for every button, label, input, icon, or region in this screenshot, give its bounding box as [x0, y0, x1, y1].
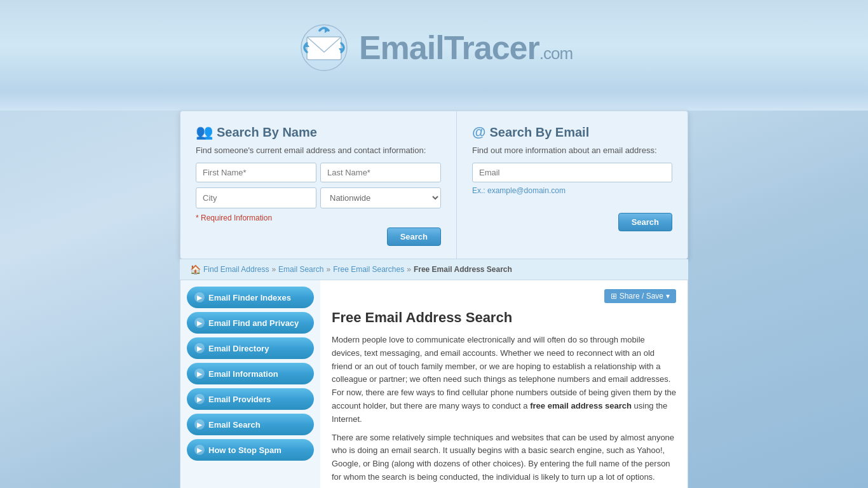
sidebar-item-email-information[interactable]: ▶ Email Information [187, 363, 314, 384]
sidebar-label-email-search: Email Search [208, 420, 261, 430]
sidebar-item-email-find-privacy[interactable]: ▶ Email Find and Privacy [187, 312, 314, 334]
breadcrumb: 🏠 Find Email Address » Email Search » Fr… [180, 259, 688, 280]
svg-rect-2 [307, 37, 341, 60]
arrow-icon-4: ▶ [194, 369, 205, 379]
sidebar-item-email-finder-indexes[interactable]: ▶ Email Finder Indexes [187, 287, 314, 308]
arrow-icon-6: ▶ [194, 419, 205, 430]
share-icon: ⊞ [611, 292, 617, 301]
search-by-email-panel: @ Search By Email Find out more informat… [457, 111, 688, 259]
search-by-name-button[interactable]: Search [387, 227, 441, 246]
bold-phrase: free email address search [530, 401, 632, 410]
name-input-row [196, 163, 441, 182]
body-paragraph-1: Modern people love to communicate electr… [332, 334, 676, 426]
page-body: Modern people love to communicate electr… [332, 334, 676, 488]
home-icon[interactable]: 🏠 [190, 264, 201, 274]
main-content: ⊞ Share / Save ▾ Free Email Address Sear… [320, 280, 688, 488]
first-name-input[interactable] [196, 163, 316, 182]
email-search-input[interactable] [472, 163, 672, 182]
people-icon: 👥 [196, 124, 213, 140]
search-by-name-title: 👥 Search By Name [196, 124, 441, 140]
logo-text-container: EmailTracer.com [359, 29, 573, 67]
sidebar-label-email-directory: Email Directory [208, 344, 269, 353]
breadcrumb-separator-3: » [407, 265, 411, 274]
content-wrapper: ▶ Email Finder Indexes ▶ Email Find and … [180, 280, 688, 488]
share-save-button[interactable]: ⊞ Share / Save ▾ [604, 289, 676, 303]
city-input[interactable] [196, 187, 316, 208]
page-title: Free Email Address Search [332, 309, 676, 326]
location-input-row: Nationwide Alabama Alaska Arizona Arkans… [196, 187, 441, 208]
breadcrumb-current: Free Email Address Search [414, 265, 512, 274]
header: EmailTracer.com [0, 0, 868, 92]
logo-icon [295, 19, 353, 76]
main-wrapper: 👥 Search By Name Find someone's current … [167, 111, 701, 488]
arrow-icon-2: ▶ [194, 318, 205, 328]
sidebar-item-email-providers[interactable]: ▶ Email Providers [187, 388, 314, 410]
email-hint-text: Ex.: example@domain.com [472, 186, 672, 195]
logo-container: EmailTracer.com [295, 19, 573, 76]
arrow-icon-7: ▶ [194, 445, 205, 455]
sidebar: ▶ Email Finder Indexes ▶ Email Find and … [180, 280, 320, 488]
breadcrumb-separator-2: » [326, 265, 330, 274]
sidebar-label-email-providers: Email Providers [208, 395, 271, 404]
breadcrumb-link-free-searches[interactable]: Free Email Searches [333, 265, 404, 274]
sidebar-label-email-finder-indexes: Email Finder Indexes [208, 293, 291, 302]
share-bar: ⊞ Share / Save ▾ [332, 289, 676, 303]
last-name-input[interactable] [320, 163, 441, 182]
at-icon: @ [472, 124, 485, 140]
sidebar-label-email-information: Email Information [208, 369, 278, 379]
arrow-icon-5: ▶ [194, 394, 205, 404]
state-select[interactable]: Nationwide Alabama Alaska Arizona Arkans… [320, 187, 441, 208]
share-chevron: ▾ [666, 292, 670, 301]
body-paragraph-2: There are some relatively simple techniq… [332, 431, 676, 484]
sidebar-label-email-find-privacy: Email Find and Privacy [208, 318, 299, 328]
search-panels: 👥 Search By Name Find someone's current … [180, 111, 688, 259]
arrow-icon-1: ▶ [194, 292, 205, 302]
logo-brand-text: EmailTracer.com [359, 29, 573, 66]
search-by-name-panel: 👥 Search By Name Find someone's current … [180, 111, 457, 259]
required-info-text: * Required Information [196, 214, 441, 222]
search-by-email-title: @ Search By Email [472, 124, 672, 140]
search-by-name-description: Find someone's current email address and… [196, 146, 441, 155]
breadcrumb-link-email-search[interactable]: Email Search [278, 265, 323, 274]
search-by-email-description: Find out more information about an email… [472, 146, 672, 155]
sidebar-label-how-to-stop-spam: How to Stop Spam [208, 445, 281, 455]
sidebar-item-email-search[interactable]: ▶ Email Search [187, 414, 314, 435]
search-by-email-button[interactable]: Search [618, 213, 672, 231]
header-bottom [0, 92, 868, 111]
share-label: Share / Save [620, 292, 663, 301]
breadcrumb-link-find-email[interactable]: Find Email Address [203, 265, 269, 274]
sidebar-item-email-directory[interactable]: ▶ Email Directory [187, 337, 314, 359]
arrow-icon-3: ▶ [194, 343, 205, 353]
sidebar-item-how-to-stop-spam[interactable]: ▶ How to Stop Spam [187, 439, 314, 461]
breadcrumb-separator-1: » [271, 265, 276, 274]
